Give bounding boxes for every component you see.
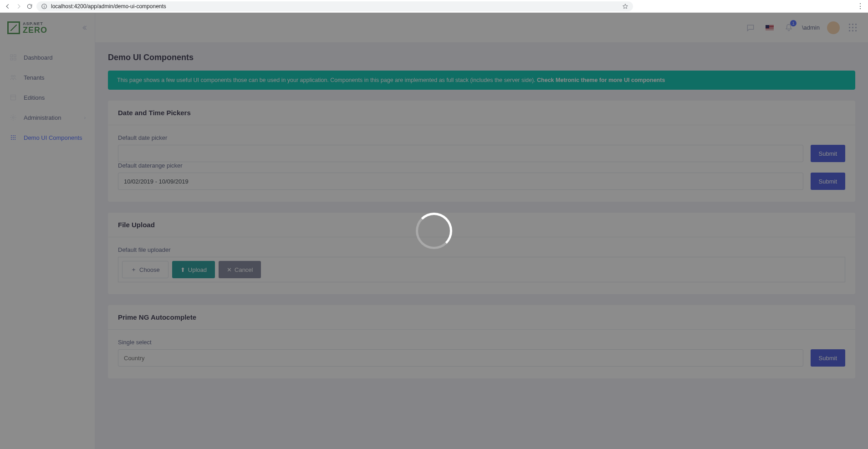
address-bar[interactable]: localhost:4200/app/admin/demo-ui-compone… [36,1,633,11]
forward-icon[interactable] [15,2,23,10]
info-icon [41,3,47,10]
reload-icon[interactable] [26,2,34,10]
loading-overlay [0,13,868,449]
browser-menu-icon[interactable]: ⋮ [856,2,864,10]
back-icon[interactable] [4,2,12,10]
address-url: localhost:4200/app/admin/demo-ui-compone… [51,3,166,10]
spinner-icon [416,213,452,249]
bookmark-star-icon[interactable] [622,3,628,10]
browser-toolbar: localhost:4200/app/admin/demo-ui-compone… [0,0,868,13]
svg-point-2 [44,5,44,5]
